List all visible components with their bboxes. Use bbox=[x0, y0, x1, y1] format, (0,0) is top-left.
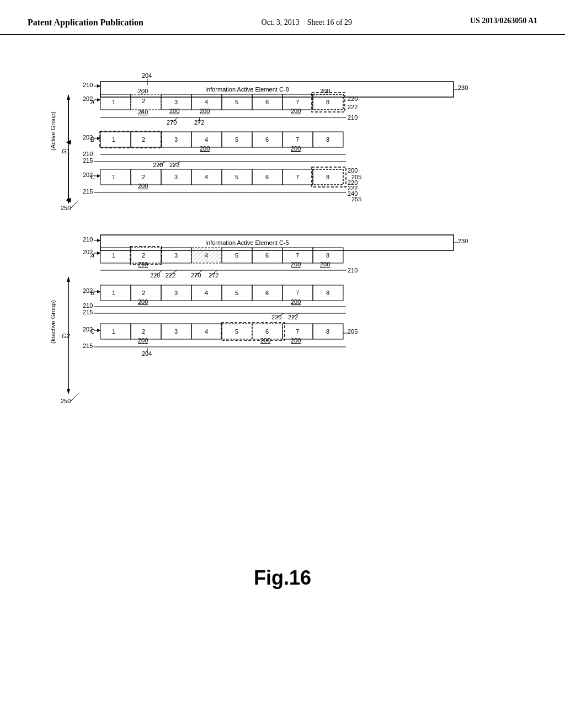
svg-text:4: 4 bbox=[205, 290, 208, 296]
svg-text:200: 200 bbox=[200, 108, 210, 114]
svg-text:4: 4 bbox=[205, 328, 208, 335]
svg-text:210: 210 bbox=[83, 82, 93, 88]
svg-text:3: 3 bbox=[174, 252, 178, 259]
figure-container: text { font-family: Arial, sans-serif; f… bbox=[45, 46, 520, 590]
svg-marker-2 bbox=[67, 94, 70, 100]
svg-text:2: 2 bbox=[142, 174, 145, 180]
svg-text:(Inactive Group): (Inactive Group) bbox=[50, 301, 56, 344]
svg-text:1: 1 bbox=[112, 99, 115, 105]
svg-text:7: 7 bbox=[296, 328, 299, 335]
svg-text:Information Active Element C-5: Information Active Element C-5 bbox=[205, 239, 289, 246]
svg-text:255: 255 bbox=[351, 196, 361, 202]
svg-rect-131 bbox=[100, 248, 131, 263]
svg-text:210: 210 bbox=[348, 267, 358, 274]
page-header: Patent Application Publication Oct. 3, 2… bbox=[0, 0, 565, 35]
patent-number: US 2013/0263050 A1 bbox=[470, 17, 537, 25]
svg-marker-84 bbox=[97, 174, 100, 178]
svg-text:4: 4 bbox=[205, 174, 208, 180]
svg-text:3: 3 bbox=[174, 174, 178, 180]
svg-marker-17 bbox=[97, 98, 100, 101]
svg-text:230: 230 bbox=[458, 238, 468, 244]
svg-text:215: 215 bbox=[83, 157, 93, 164]
svg-marker-123 bbox=[97, 239, 100, 242]
svg-text:8: 8 bbox=[326, 174, 329, 180]
svg-text:5: 5 bbox=[235, 328, 238, 335]
svg-text:8: 8 bbox=[326, 99, 329, 105]
svg-text:5: 5 bbox=[235, 174, 238, 180]
svg-text:4: 4 bbox=[205, 252, 208, 259]
svg-text:8: 8 bbox=[326, 136, 329, 143]
svg-text:6: 6 bbox=[265, 174, 269, 180]
svg-text:230: 230 bbox=[458, 84, 468, 91]
svg-text:200: 200 bbox=[138, 337, 148, 344]
svg-rect-164 bbox=[100, 285, 131, 301]
svg-marker-163 bbox=[97, 290, 100, 293]
svg-text:1: 1 bbox=[112, 252, 115, 259]
svg-text:240: 240 bbox=[138, 109, 148, 115]
svg-text:210: 210 bbox=[83, 236, 93, 243]
svg-marker-3 bbox=[67, 199, 70, 204]
svg-text:5: 5 bbox=[235, 252, 238, 259]
svg-text:B: B bbox=[90, 290, 94, 296]
svg-text:250: 250 bbox=[61, 398, 71, 404]
svg-text:200: 200 bbox=[320, 261, 330, 267]
svg-text:1: 1 bbox=[112, 290, 115, 296]
svg-text:200: 200 bbox=[291, 145, 301, 152]
svg-text:8: 8 bbox=[326, 328, 329, 335]
svg-text:6: 6 bbox=[265, 290, 269, 296]
svg-text:200: 200 bbox=[320, 88, 330, 94]
svg-text:200: 200 bbox=[260, 337, 270, 344]
svg-text:250: 250 bbox=[61, 205, 71, 211]
svg-text:210: 210 bbox=[348, 114, 358, 121]
svg-marker-118 bbox=[67, 389, 70, 394]
svg-text:220: 220 bbox=[348, 95, 358, 102]
svg-marker-117 bbox=[67, 276, 70, 282]
svg-text:204: 204 bbox=[142, 72, 152, 79]
svg-text:7: 7 bbox=[296, 252, 299, 259]
svg-text:2: 2 bbox=[142, 136, 145, 143]
svg-text:5: 5 bbox=[235, 290, 238, 296]
svg-rect-20 bbox=[131, 94, 161, 110]
svg-text:222: 222 bbox=[348, 104, 358, 110]
svg-text:A: A bbox=[90, 99, 94, 105]
svg-text:C: C bbox=[90, 328, 95, 335]
svg-text:215: 215 bbox=[83, 188, 93, 195]
svg-text:215: 215 bbox=[83, 309, 93, 315]
svg-text:6: 6 bbox=[265, 99, 269, 105]
svg-text:6: 6 bbox=[265, 328, 269, 335]
svg-rect-204 bbox=[221, 323, 285, 340]
patent-diagram: text { font-family: Arial, sans-serif; f… bbox=[45, 46, 520, 553]
svg-text:2: 2 bbox=[142, 98, 145, 104]
svg-rect-54 bbox=[100, 132, 131, 147]
svg-text:2: 2 bbox=[142, 290, 145, 296]
svg-text:3: 3 bbox=[174, 290, 178, 296]
svg-text:215: 215 bbox=[83, 342, 93, 349]
svg-text:200: 200 bbox=[291, 108, 301, 114]
svg-rect-193 bbox=[100, 324, 131, 339]
publication-title: Patent Application Publication bbox=[28, 17, 143, 29]
svg-rect-18 bbox=[100, 94, 131, 110]
svg-text:7: 7 bbox=[296, 290, 299, 296]
svg-text:5: 5 bbox=[235, 136, 238, 143]
svg-text:2: 2 bbox=[142, 252, 145, 259]
svg-text:272: 272 bbox=[209, 272, 218, 279]
svg-text:200: 200 bbox=[138, 88, 148, 94]
svg-text:6: 6 bbox=[265, 252, 269, 259]
svg-rect-85 bbox=[100, 169, 131, 185]
svg-text:210: 210 bbox=[83, 151, 93, 157]
svg-text:B: B bbox=[90, 136, 94, 143]
svg-text:(Active Group): (Active Group) bbox=[50, 111, 56, 151]
svg-text:204: 204 bbox=[142, 350, 152, 357]
svg-text:6: 6 bbox=[265, 136, 269, 143]
svg-marker-130 bbox=[97, 251, 100, 255]
svg-text:1: 1 bbox=[112, 328, 115, 335]
svg-text:200: 200 bbox=[138, 183, 148, 189]
svg-text:3: 3 bbox=[174, 328, 178, 335]
svg-marker-10 bbox=[97, 84, 100, 88]
svg-text:1: 1 bbox=[112, 136, 115, 143]
svg-text:7: 7 bbox=[296, 136, 299, 143]
svg-text:8: 8 bbox=[326, 290, 329, 296]
svg-text:2: 2 bbox=[142, 328, 145, 335]
svg-text:Information Active Element C-8: Information Active Element C-8 bbox=[205, 86, 289, 93]
svg-marker-192 bbox=[97, 329, 100, 332]
